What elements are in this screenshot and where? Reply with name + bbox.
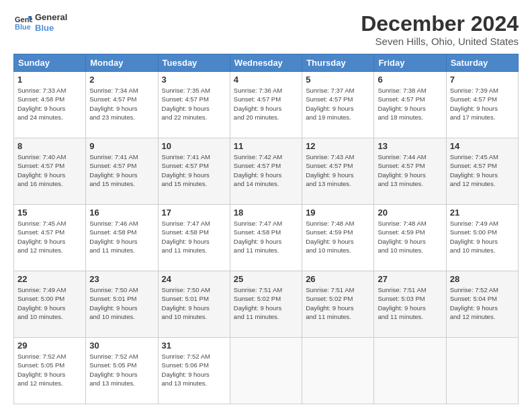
day-info: Sunrise: 7:45 AM Sunset: 4:57 PM Dayligh… xyxy=(17,219,82,255)
logo-blue: Blue xyxy=(35,23,67,34)
day-cell: 17Sunrise: 7:47 AM Sunset: 4:58 PM Dayli… xyxy=(158,205,230,271)
day-cell: 23Sunrise: 7:50 AM Sunset: 5:01 PM Dayli… xyxy=(86,271,158,338)
day-cell: 5Sunrise: 7:37 AM Sunset: 4:57 PM Daylig… xyxy=(302,72,374,138)
day-info: Sunrise: 7:48 AM Sunset: 4:59 PM Dayligh… xyxy=(306,219,370,255)
title-block: December 2024 Seven Hills, Ohio, United … xyxy=(361,12,519,47)
day-number: 25 xyxy=(234,274,298,284)
day-cell: 11Sunrise: 7:42 AM Sunset: 4:57 PM Dayli… xyxy=(230,138,302,205)
day-number: 2 xyxy=(89,75,154,85)
main-title: December 2024 xyxy=(361,12,519,36)
col-header-monday: Monday xyxy=(86,54,158,72)
day-cell: 10Sunrise: 7:41 AM Sunset: 4:57 PM Dayli… xyxy=(158,138,230,205)
col-header-saturday: Saturday xyxy=(446,54,518,72)
day-cell: 29Sunrise: 7:52 AM Sunset: 5:05 PM Dayli… xyxy=(14,338,86,404)
day-cell: 6Sunrise: 7:38 AM Sunset: 4:57 PM Daylig… xyxy=(374,72,446,138)
svg-text:Blue: Blue xyxy=(15,23,31,31)
col-header-sunday: Sunday xyxy=(14,54,86,72)
day-number: 5 xyxy=(306,75,370,85)
day-number: 13 xyxy=(378,141,442,151)
day-cell: 4Sunrise: 7:36 AM Sunset: 4:57 PM Daylig… xyxy=(230,72,302,138)
day-info: Sunrise: 7:47 AM Sunset: 4:58 PM Dayligh… xyxy=(162,219,226,255)
day-info: Sunrise: 7:51 AM Sunset: 5:02 PM Dayligh… xyxy=(234,285,298,321)
week-row-3: 15Sunrise: 7:45 AM Sunset: 4:57 PM Dayli… xyxy=(14,205,519,271)
col-header-friday: Friday xyxy=(374,54,446,72)
day-cell: 30Sunrise: 7:52 AM Sunset: 5:05 PM Dayli… xyxy=(86,338,158,404)
week-row-4: 22Sunrise: 7:49 AM Sunset: 5:00 PM Dayli… xyxy=(14,271,519,338)
day-info: Sunrise: 7:47 AM Sunset: 4:58 PM Dayligh… xyxy=(234,219,298,255)
day-number: 11 xyxy=(234,141,298,151)
day-cell: 13Sunrise: 7:44 AM Sunset: 4:57 PM Dayli… xyxy=(374,138,446,205)
day-cell: 15Sunrise: 7:45 AM Sunset: 4:57 PM Dayli… xyxy=(14,205,86,271)
day-number: 1 xyxy=(17,75,82,85)
logo-icon: General Blue xyxy=(13,13,32,32)
day-number: 3 xyxy=(162,75,226,85)
day-number: 30 xyxy=(89,340,154,351)
calendar-table: SundayMondayTuesdayWednesdayThursdayFrid… xyxy=(13,54,519,404)
day-info: Sunrise: 7:49 AM Sunset: 5:00 PM Dayligh… xyxy=(450,219,515,255)
day-info: Sunrise: 7:41 AM Sunset: 4:57 PM Dayligh… xyxy=(89,152,154,188)
day-info: Sunrise: 7:40 AM Sunset: 4:57 PM Dayligh… xyxy=(17,152,82,188)
day-number: 18 xyxy=(234,208,298,218)
day-info: Sunrise: 7:42 AM Sunset: 4:57 PM Dayligh… xyxy=(234,152,298,188)
day-cell: 28Sunrise: 7:52 AM Sunset: 5:04 PM Dayli… xyxy=(446,271,518,338)
week-row-5: 29Sunrise: 7:52 AM Sunset: 5:05 PM Dayli… xyxy=(14,338,519,404)
day-number: 26 xyxy=(306,274,370,284)
day-cell: 20Sunrise: 7:48 AM Sunset: 4:59 PM Dayli… xyxy=(374,205,446,271)
calendar-header-row: SundayMondayTuesdayWednesdayThursdayFrid… xyxy=(14,54,519,72)
day-info: Sunrise: 7:48 AM Sunset: 4:59 PM Dayligh… xyxy=(378,219,442,255)
day-number: 19 xyxy=(306,208,370,218)
header: General Blue General Blue December 2024 … xyxy=(13,12,519,47)
day-cell: 2Sunrise: 7:34 AM Sunset: 4:57 PM Daylig… xyxy=(86,72,158,138)
day-number: 27 xyxy=(378,274,442,284)
week-row-1: 1Sunrise: 7:33 AM Sunset: 4:58 PM Daylig… xyxy=(14,72,519,138)
day-cell: 1Sunrise: 7:33 AM Sunset: 4:58 PM Daylig… xyxy=(14,72,86,138)
day-cell xyxy=(374,338,446,404)
day-info: Sunrise: 7:37 AM Sunset: 4:57 PM Dayligh… xyxy=(306,86,370,122)
week-row-2: 8Sunrise: 7:40 AM Sunset: 4:57 PM Daylig… xyxy=(14,138,519,205)
day-info: Sunrise: 7:50 AM Sunset: 5:01 PM Dayligh… xyxy=(89,285,154,321)
day-info: Sunrise: 7:33 AM Sunset: 4:58 PM Dayligh… xyxy=(17,86,82,122)
day-cell xyxy=(446,338,518,404)
day-number: 12 xyxy=(306,141,370,151)
day-number: 4 xyxy=(234,75,298,85)
day-cell: 18Sunrise: 7:47 AM Sunset: 4:58 PM Dayli… xyxy=(230,205,302,271)
day-cell: 12Sunrise: 7:43 AM Sunset: 4:57 PM Dayli… xyxy=(302,138,374,205)
day-info: Sunrise: 7:36 AM Sunset: 4:57 PM Dayligh… xyxy=(234,86,298,122)
day-number: 20 xyxy=(378,208,442,218)
day-number: 8 xyxy=(17,141,82,151)
day-info: Sunrise: 7:49 AM Sunset: 5:00 PM Dayligh… xyxy=(17,285,82,321)
day-cell: 21Sunrise: 7:49 AM Sunset: 5:00 PM Dayli… xyxy=(446,205,518,271)
day-cell: 25Sunrise: 7:51 AM Sunset: 5:02 PM Dayli… xyxy=(230,271,302,338)
day-cell: 26Sunrise: 7:51 AM Sunset: 5:02 PM Dayli… xyxy=(302,271,374,338)
day-number: 29 xyxy=(17,340,82,351)
subtitle: Seven Hills, Ohio, United States xyxy=(361,36,519,47)
day-info: Sunrise: 7:41 AM Sunset: 4:57 PM Dayligh… xyxy=(162,152,226,188)
day-cell: 19Sunrise: 7:48 AM Sunset: 4:59 PM Dayli… xyxy=(302,205,374,271)
day-info: Sunrise: 7:46 AM Sunset: 4:58 PM Dayligh… xyxy=(89,219,154,255)
day-number: 23 xyxy=(89,274,154,284)
day-info: Sunrise: 7:50 AM Sunset: 5:01 PM Dayligh… xyxy=(162,285,226,321)
day-info: Sunrise: 7:51 AM Sunset: 5:03 PM Dayligh… xyxy=(378,285,442,321)
day-info: Sunrise: 7:43 AM Sunset: 4:57 PM Dayligh… xyxy=(306,152,370,188)
day-cell: 16Sunrise: 7:46 AM Sunset: 4:58 PM Dayli… xyxy=(86,205,158,271)
day-number: 16 xyxy=(89,208,154,218)
day-number: 28 xyxy=(450,274,515,284)
day-cell xyxy=(302,338,374,404)
col-header-wednesday: Wednesday xyxy=(230,54,302,72)
day-number: 31 xyxy=(162,340,226,351)
calendar-page: General Blue General Blue December 2024 … xyxy=(0,0,532,411)
logo: General Blue General Blue xyxy=(13,12,67,33)
day-number: 21 xyxy=(450,208,515,218)
day-number: 6 xyxy=(378,75,442,85)
day-cell: 3Sunrise: 7:35 AM Sunset: 4:57 PM Daylig… xyxy=(158,72,230,138)
day-number: 15 xyxy=(17,208,82,218)
day-cell: 8Sunrise: 7:40 AM Sunset: 4:57 PM Daylig… xyxy=(14,138,86,205)
day-info: Sunrise: 7:52 AM Sunset: 5:05 PM Dayligh… xyxy=(89,352,154,387)
logo-general: General xyxy=(35,12,67,23)
day-number: 24 xyxy=(162,274,226,284)
day-number: 7 xyxy=(450,75,515,85)
day-info: Sunrise: 7:45 AM Sunset: 4:57 PM Dayligh… xyxy=(450,152,515,188)
day-info: Sunrise: 7:34 AM Sunset: 4:57 PM Dayligh… xyxy=(89,86,154,122)
day-number: 22 xyxy=(17,274,82,284)
col-header-tuesday: Tuesday xyxy=(158,54,230,72)
